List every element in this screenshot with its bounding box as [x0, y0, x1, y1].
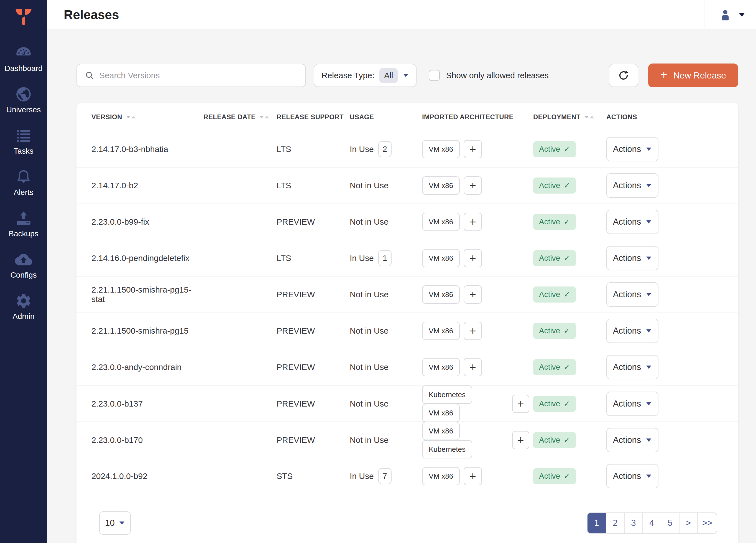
release-support-text: PREVIEW [277, 326, 315, 336]
column-header-version[interactable]: VERSION [91, 113, 203, 121]
version-text: 2.23.0.0-b99-fix [91, 217, 149, 226]
next-page-button[interactable]: > [679, 513, 697, 533]
actions-button[interactable]: Actions [606, 210, 658, 234]
actions-button[interactable]: Actions [606, 246, 658, 270]
sidebar: Dashboard Universes Tasks Alerts [0, 0, 47, 543]
usage-text: Not in Use [350, 217, 389, 226]
version-cell: 2.14.17.0-b3-nbhatia [91, 144, 203, 154]
check-icon: ✓ [564, 217, 570, 226]
chevron-down-icon [646, 220, 651, 223]
sidebar-item-tasks[interactable]: Tasks [0, 127, 47, 155]
release-support-cell: LTS [277, 181, 350, 190]
page-button-2[interactable]: 2 [606, 513, 624, 533]
allowed-releases-checkbox[interactable] [429, 70, 440, 81]
add-architecture-button[interactable]: + [464, 286, 482, 304]
add-architecture-button[interactable]: + [464, 213, 482, 231]
add-architecture-button[interactable]: + [512, 395, 529, 413]
actions-button[interactable]: Actions [606, 355, 658, 379]
add-architecture-button[interactable]: + [464, 176, 482, 195]
sidebar-item-backups[interactable]: Backups [0, 210, 47, 238]
architecture-chip[interactable]: VM x86 [422, 422, 460, 440]
usage-text: Not in Use [350, 363, 389, 372]
actions-button[interactable]: Actions [606, 319, 658, 343]
architecture-cell: VM x86 + [422, 286, 533, 304]
version-text: 2.23.0.0-b170 [91, 435, 143, 445]
actions-button[interactable]: Actions [606, 428, 658, 452]
actions-button[interactable]: Actions [606, 464, 658, 488]
sidebar-item-universes[interactable]: Universes [0, 86, 47, 114]
page-button-4[interactable]: 4 [642, 513, 661, 533]
add-architecture-button[interactable]: + [464, 140, 482, 158]
add-architecture-button[interactable]: + [512, 431, 529, 449]
last-page-button[interactable]: >> [697, 513, 717, 533]
sidebar-item-alerts[interactable]: Alerts [0, 168, 47, 197]
add-architecture-button[interactable]: + [464, 358, 482, 376]
allowed-releases-label: Show only allowed releases [446, 71, 548, 80]
column-header-deployment[interactable]: DEPLOYMENT [533, 113, 606, 121]
deployment-cell: Active ✓ [533, 287, 606, 303]
actions-cell: Actions [606, 428, 727, 452]
release-support-text: PREVIEW [277, 290, 315, 299]
sort-icon [584, 116, 594, 118]
actions-button[interactable]: Actions [606, 137, 658, 161]
deployment-status-text: Active [539, 399, 560, 408]
search-box[interactable] [76, 64, 306, 87]
table-row: 2.23.0.0-b137 PREVIEW Not in Use Kuberne… [76, 385, 738, 422]
search-input[interactable] [99, 71, 298, 80]
architecture-chip[interactable]: VM x86 [422, 467, 460, 485]
architecture-chips: VM x86 [422, 213, 464, 231]
version-text: 2.23.0.0-andy-conndrain [91, 363, 182, 372]
usage-count-badge: 7 [378, 468, 392, 484]
column-header-release-support: RELEASE SUPPORT [277, 113, 350, 121]
architecture-chip[interactable]: Kubernetes [422, 440, 472, 458]
actions-cell: Actions [606, 210, 727, 234]
page-size-select[interactable]: 10 [99, 511, 131, 535]
architecture-chip[interactable]: VM x86 [422, 249, 460, 267]
release-support-text: PREVIEW [277, 435, 315, 445]
user-menu[interactable] [704, 0, 756, 29]
architecture-cell: VM x86 + [422, 249, 533, 267]
sidebar-item-label: Tasks [14, 147, 34, 155]
page-button-5[interactable]: 5 [661, 513, 679, 533]
version-cell: 2.23.0.0-andy-conndrain [91, 363, 203, 372]
dashboard-icon [15, 44, 32, 62]
actions-button[interactable]: Actions [606, 392, 658, 416]
architecture-chip[interactable]: VM x86 [422, 286, 460, 304]
release-support-cell: PREVIEW [277, 290, 350, 299]
sidebar-item-admin[interactable]: Admin [0, 292, 47, 321]
column-header-release-date[interactable]: RELEASE DATE [203, 113, 277, 121]
deployment-status-badge: Active ✓ [533, 177, 576, 193]
table-row: 2.14.17.0-b3-nbhatia LTS In Use 2 VM x86… [76, 131, 738, 167]
architecture-chip[interactable]: VM x86 [422, 404, 460, 422]
page-button-3[interactable]: 3 [624, 513, 642, 533]
deployment-status-badge: Active ✓ [533, 323, 576, 339]
universes-icon [15, 86, 32, 103]
releases-page: Release Type: All Show only allowed rele… [47, 29, 756, 543]
check-icon: ✓ [564, 290, 570, 299]
yugabyte-logo[interactable] [12, 6, 35, 28]
sidebar-item-label: Alerts [14, 188, 34, 197]
architecture-chip[interactable]: VM x86 [422, 213, 460, 231]
architecture-chip[interactable]: VM x86 [422, 140, 460, 158]
refresh-button[interactable] [609, 64, 638, 87]
add-architecture-button[interactable]: + [464, 322, 482, 340]
architecture-chip[interactable]: VM x86 [422, 358, 460, 376]
page-button-1[interactable]: 1 [588, 513, 606, 533]
deployment-status-text: Active [539, 290, 560, 299]
add-architecture-button[interactable]: + [464, 249, 482, 267]
sidebar-item-dashboard[interactable]: Dashboard [0, 44, 47, 73]
alerts-icon [15, 168, 32, 185]
architecture-chip[interactable]: Kubernetes [422, 386, 472, 404]
architecture-chip[interactable]: VM x86 [422, 176, 460, 195]
actions-button[interactable]: Actions [606, 173, 658, 198]
release-support-text: PREVIEW [277, 217, 315, 226]
new-release-button[interactable]: + New Release [648, 63, 738, 87]
architecture-chip[interactable]: VM x86 [422, 322, 460, 340]
actions-button[interactable]: Actions [606, 282, 658, 307]
table-body: 2.14.17.0-b3-nbhatia LTS In Use 2 VM x86… [76, 131, 738, 494]
sidebar-item-configs[interactable]: Configs [0, 251, 47, 280]
add-architecture-button[interactable]: + [464, 467, 482, 485]
release-type-filter[interactable]: Release Type: All [314, 64, 417, 87]
architecture-cell: KubernetesVM x86 + [422, 386, 533, 422]
table-header-row: VERSION RELEASE DATE RELEASE SUPPORT USA… [76, 103, 738, 131]
